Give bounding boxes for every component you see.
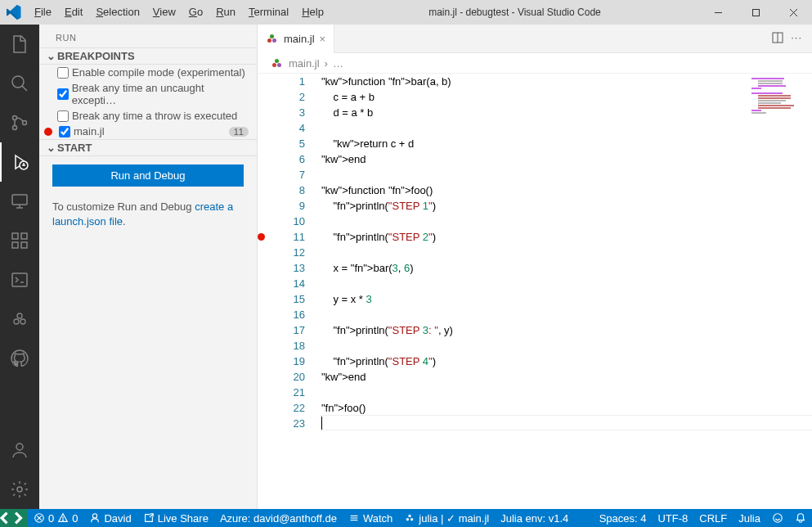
activity-accounts[interactable] <box>0 430 39 470</box>
activity-bar <box>0 25 39 509</box>
breakpoint-glyph-icon[interactable] <box>258 233 265 241</box>
svg-line-5 <box>22 86 27 91</box>
code-editor[interactable]: 1234 5678 9101112 13141516 17181920 2122… <box>258 74 812 509</box>
status-eol[interactable]: CRLF <box>693 509 733 527</box>
run-sidebar: RUN ⌄ BREAKPOINTS Enable compile mode (e… <box>39 25 258 509</box>
window-controls <box>699 0 812 25</box>
status-feedback-icon[interactable] <box>766 509 789 527</box>
status-problems[interactable]: 0 0 <box>28 509 83 527</box>
activity-search[interactable] <box>0 64 39 103</box>
titlebar[interactable]: File Edit Selection View Go Run Terminal… <box>0 0 812 25</box>
activity-run-debug[interactable] <box>0 142 39 182</box>
chevron-right-icon: › <box>325 57 328 70</box>
status-spaces[interactable]: Spaces: 4 <box>594 509 653 527</box>
svg-rect-14 <box>12 242 18 248</box>
status-julia-label: julia | ✓ main.jl <box>419 512 489 525</box>
svg-rect-10 <box>12 195 27 205</box>
bp-file-checkbox[interactable] <box>59 126 70 137</box>
status-encoding[interactable]: UTF-8 <box>652 509 693 527</box>
bp-throw-checkbox[interactable] <box>57 110 69 122</box>
status-errors: 0 <box>48 512 54 525</box>
breadcrumb[interactable]: main.jl › … <box>258 53 812 74</box>
vscode-app-icon <box>0 0 28 25</box>
customize-text: To customize Run and Debug create a laun… <box>39 195 257 234</box>
status-bell-icon[interactable] <box>789 509 812 527</box>
status-user[interactable]: David <box>83 509 137 527</box>
status-liveshare[interactable]: Live Share <box>137 509 214 527</box>
activity-terminal[interactable] <box>0 260 39 300</box>
minimize-button[interactable] <box>699 0 737 25</box>
activity-scm[interactable] <box>0 103 39 142</box>
svg-point-21 <box>16 444 23 450</box>
svg-rect-17 <box>12 273 27 286</box>
editor-area: main.jl × ··· main.jl › … 1234 5678 9101… <box>258 25 812 509</box>
menu-selection[interactable]: Selection <box>89 0 146 25</box>
tab-close-icon[interactable]: × <box>320 33 326 45</box>
bp-compile-checkbox[interactable] <box>57 67 69 79</box>
svg-rect-1 <box>752 9 759 16</box>
activity-extensions[interactable] <box>0 221 39 260</box>
bp-compile-mode[interactable]: Enable compile mode (experimental) <box>39 65 257 80</box>
menu-edit[interactable]: Edit <box>58 0 89 25</box>
bp-uncaught-checkbox[interactable] <box>57 88 69 100</box>
status-user-label: David <box>104 512 131 525</box>
menu-go[interactable]: Go <box>182 0 209 25</box>
breakpoints-section-header[interactable]: ⌄ BREAKPOINTS <box>39 47 257 65</box>
menu-file[interactable]: File <box>28 0 58 25</box>
split-editor-icon[interactable] <box>771 31 784 47</box>
bp-label: Break any time a throw is executed <box>72 110 237 122</box>
remote-status-icon[interactable] <box>0 509 28 527</box>
chevron-down-icon: ⌄ <box>44 142 57 154</box>
chevron-down-icon: ⌄ <box>44 50 57 62</box>
activity-settings[interactable] <box>0 470 39 509</box>
menu-bar: File Edit Selection View Go Run Terminal… <box>28 0 330 25</box>
svg-point-6 <box>13 116 17 120</box>
svg-point-30 <box>93 514 97 518</box>
start-section-header[interactable]: ⌄ START <box>39 139 257 156</box>
julia-file-icon <box>266 32 279 45</box>
menu-view[interactable]: View <box>146 0 182 25</box>
status-bar: 0 0 David Live Share Azure: david@anthof… <box>0 509 812 527</box>
svg-point-35 <box>409 515 412 518</box>
breadcrumb-file[interactable]: main.jl <box>289 57 320 70</box>
line-numbers: 1234 5678 9101112 13141516 17181920 2122… <box>272 74 321 509</box>
activity-remote[interactable] <box>0 182 39 221</box>
status-liveshare-label: Live Share <box>158 512 209 525</box>
bp-file-item[interactable]: main.jl 11 <box>39 124 257 139</box>
activity-github[interactable] <box>0 339 39 378</box>
activity-julia[interactable] <box>0 300 39 339</box>
svg-point-19 <box>17 313 22 318</box>
svg-point-36 <box>410 518 414 521</box>
code-content[interactable]: "kw">function "fn">bar(a, b) c = a + b d… <box>321 74 812 509</box>
maximize-button[interactable] <box>737 0 774 25</box>
bp-uncaught[interactable]: Break any time an uncaught excepti… <box>39 80 257 108</box>
activity-explorer[interactable] <box>0 25 39 64</box>
bp-throw[interactable]: Break any time a throw is executed <box>39 108 257 124</box>
svg-point-37 <box>774 514 783 523</box>
julia-file-icon <box>271 56 284 70</box>
section-label: BREAKPOINTS <box>57 50 135 62</box>
status-watch-label: Watch <box>363 512 393 525</box>
glyph-margin[interactable] <box>258 74 272 509</box>
svg-point-18 <box>14 319 19 324</box>
customize-pre: To customize Run and Debug <box>52 200 195 213</box>
menu-terminal[interactable]: Terminal <box>242 0 295 25</box>
breadcrumb-rest[interactable]: … <box>333 57 343 70</box>
svg-rect-15 <box>21 242 27 248</box>
svg-point-22 <box>17 487 22 492</box>
sidebar-title: RUN <box>39 25 257 47</box>
status-lang[interactable]: Julia <box>733 509 766 527</box>
minimap[interactable] <box>751 78 801 143</box>
svg-point-29 <box>63 520 64 520</box>
status-azure[interactable]: Azure: david@anthoff.de <box>214 509 343 527</box>
status-julia[interactable]: julia | ✓ main.jl <box>398 509 495 527</box>
more-actions-icon[interactable]: ··· <box>791 31 802 47</box>
tab-main-jl[interactable]: main.jl × <box>258 25 334 53</box>
menu-help[interactable]: Help <box>295 0 330 25</box>
run-and-debug-button[interactable]: Run and Debug <box>52 164 244 187</box>
window-title: main.jl - debugtest - Visual Studio Code <box>330 7 699 18</box>
menu-run[interactable]: Run <box>209 0 242 25</box>
status-watch[interactable]: Watch <box>343 509 398 527</box>
close-button[interactable] <box>774 0 812 25</box>
status-env[interactable]: Julia env: v1.4 <box>495 509 574 527</box>
